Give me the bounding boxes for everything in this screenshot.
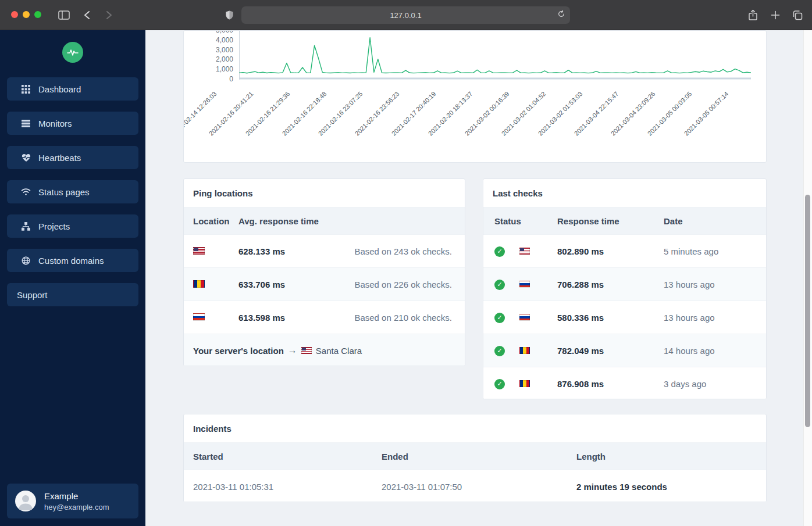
check-response-time: 802.890 ms bbox=[557, 246, 664, 256]
server-location-row: Your server's location → Santa Clara bbox=[184, 334, 465, 366]
flag-ro-icon bbox=[519, 380, 530, 387]
status-ok-icon bbox=[494, 246, 505, 257]
sidebar-item-projects[interactable]: Projects bbox=[7, 214, 138, 238]
check-response-time: 706.288 ms bbox=[557, 280, 664, 289]
flag-ru-icon bbox=[519, 281, 530, 288]
sidebar-item-label: Support bbox=[17, 290, 48, 300]
incident-length: 2 minutes 19 seconds bbox=[576, 482, 766, 492]
arrow-right-icon: → bbox=[288, 345, 297, 356]
avg-response-time: 628.133 ms bbox=[238, 246, 337, 256]
y-tick-label: 0 bbox=[188, 75, 233, 83]
x-tick-label: 2021-02-16 23:56:23 bbox=[334, 90, 401, 157]
check-row: 580.336 ms 13 hours ago bbox=[483, 300, 766, 334]
ping-locations-title: Ping locations bbox=[184, 179, 465, 207]
col-status: Status bbox=[483, 216, 519, 226]
check-date: 13 hours ago bbox=[664, 313, 766, 323]
last-checks-title: Last checks bbox=[483, 179, 766, 207]
y-tick-label: 1,000 bbox=[188, 65, 233, 73]
flag-ro-icon bbox=[519, 347, 530, 354]
browser-chrome: 127.0.0.1 bbox=[0, 0, 812, 30]
flag-ro-icon bbox=[193, 280, 205, 288]
url-text: 127.0.0.1 bbox=[390, 11, 421, 20]
share-icon[interactable] bbox=[745, 8, 760, 22]
check-response-time: 580.336 ms bbox=[557, 313, 664, 323]
sidebar-item-dashboard[interactable]: Dashboard bbox=[7, 77, 138, 101]
sidebar-nav: Dashboard Monitors Heartbeats Status pag… bbox=[7, 77, 138, 306]
sidebar-item-status-pages[interactable]: Status pages bbox=[7, 180, 138, 203]
chart-line-canvas bbox=[239, 31, 751, 80]
response-time-chart-card: 01,0002,0003,0004,0005,000 2021-02-14 12… bbox=[183, 30, 767, 163]
new-tab-icon[interactable] bbox=[768, 8, 783, 22]
main-content: 01,0002,0003,0004,0005,000 2021-02-14 12… bbox=[145, 30, 812, 526]
avatar bbox=[15, 491, 36, 511]
response-time-chart: 01,0002,0003,0004,0005,000 2021-02-14 12… bbox=[239, 31, 751, 80]
tab-overview-icon[interactable] bbox=[790, 8, 805, 22]
avg-response-time: 633.706 ms bbox=[238, 280, 337, 289]
x-tick-label: 2021-02-20 18:13:37 bbox=[407, 90, 474, 157]
check-row: 876.908 ms 3 days ago bbox=[483, 367, 766, 399]
avg-response-time: 613.598 ms bbox=[238, 313, 337, 323]
sidebar-item-heartbeats[interactable]: Heartbeats bbox=[7, 146, 138, 169]
incident-row: 2021-03-11 01:05:31 2021-03-11 01:07:50 … bbox=[184, 470, 766, 502]
x-tick-label: 2021-03-02 00:16:39 bbox=[444, 90, 511, 157]
user-email: hey@example.com bbox=[44, 503, 109, 511]
sidebar-item-support[interactable]: Support bbox=[7, 283, 138, 306]
col-location: Location bbox=[184, 216, 238, 226]
x-tick-label: 2021-03-04 22:15:47 bbox=[553, 90, 620, 157]
minimize-window-button[interactable] bbox=[23, 11, 30, 18]
forward-icon[interactable] bbox=[101, 8, 116, 22]
last-checks-header: Status Response time Date bbox=[483, 207, 766, 234]
user-name: Example bbox=[44, 491, 109, 502]
check-row: 782.049 ms 14 hours ago bbox=[483, 334, 766, 367]
shield-icon[interactable] bbox=[222, 8, 237, 22]
status-ok-icon bbox=[494, 379, 505, 389]
chart-y-axis: 01,0002,0003,0004,0005,000 bbox=[188, 31, 233, 80]
user-menu[interactable]: Example hey@example.com bbox=[7, 484, 138, 518]
status-ok-icon bbox=[494, 346, 505, 356]
close-window-button[interactable] bbox=[11, 11, 18, 18]
y-tick-label: 3,000 bbox=[188, 46, 233, 54]
sidebar-item-label: Heartbeats bbox=[38, 153, 81, 163]
reload-icon[interactable] bbox=[557, 9, 565, 21]
scrollbar-thumb[interactable] bbox=[805, 195, 810, 427]
incidents-card: Incidents Started Ended Length 2021-03-1… bbox=[183, 414, 767, 502]
sidebar-item-label: Status pages bbox=[38, 187, 90, 197]
flag-ru-icon bbox=[519, 314, 530, 321]
col-length: Length bbox=[576, 452, 766, 461]
x-tick-label: 2021-03-02 01:04:52 bbox=[480, 90, 547, 157]
window-controls bbox=[11, 11, 41, 18]
wifi-icon bbox=[21, 187, 31, 197]
sidebar-item-monitors[interactable]: Monitors bbox=[7, 112, 138, 135]
scrollbar-track[interactable] bbox=[803, 30, 812, 526]
check-response-time: 782.049 ms bbox=[557, 346, 664, 356]
sidebar-item-label: Dashboard bbox=[38, 84, 81, 94]
y-tick-label: 2,000 bbox=[188, 56, 233, 64]
check-date: 14 hours ago bbox=[664, 346, 766, 356]
sidebar-item-label: Projects bbox=[38, 221, 70, 231]
checks-note: Based on 243 ok checks. bbox=[337, 246, 465, 256]
globe-icon bbox=[21, 256, 31, 266]
heart-pulse-icon bbox=[21, 153, 31, 163]
col-date: Date bbox=[664, 216, 766, 226]
app-logo-icon[interactable] bbox=[62, 42, 83, 63]
sidebar-item-label: Custom domains bbox=[38, 256, 104, 266]
last-checks-card: Last checks Status Response time Date 80… bbox=[483, 178, 767, 399]
list-icon bbox=[21, 119, 31, 128]
x-tick-label: 2021-02-16 20:41:21 bbox=[188, 90, 255, 157]
check-date: 13 hours ago bbox=[664, 280, 766, 289]
incidents-title: Incidents bbox=[184, 414, 766, 443]
col-avg-response-time: Avg. response time bbox=[238, 216, 337, 226]
ping-locations-card: Ping locations Location Avg. response ti… bbox=[183, 178, 465, 366]
sidebar-toggle-icon[interactable] bbox=[56, 8, 72, 22]
address-bar[interactable]: 127.0.0.1 bbox=[241, 6, 570, 24]
incidents-header: Started Ended Length bbox=[184, 443, 766, 470]
back-icon[interactable] bbox=[79, 8, 94, 22]
status-ok-icon bbox=[494, 280, 505, 290]
status-ok-icon bbox=[494, 313, 505, 323]
sidebar-item-custom-domains[interactable]: Custom domains bbox=[7, 249, 138, 272]
check-row: 706.288 ms 13 hours ago bbox=[483, 267, 766, 300]
x-tick-label: 2021-02-16 23:07:25 bbox=[297, 90, 364, 157]
ping-row: 613.598 ms Based on 210 ok checks. bbox=[184, 300, 465, 334]
checks-note: Based on 210 ok checks. bbox=[337, 313, 465, 323]
zoom-window-button[interactable] bbox=[34, 11, 41, 18]
